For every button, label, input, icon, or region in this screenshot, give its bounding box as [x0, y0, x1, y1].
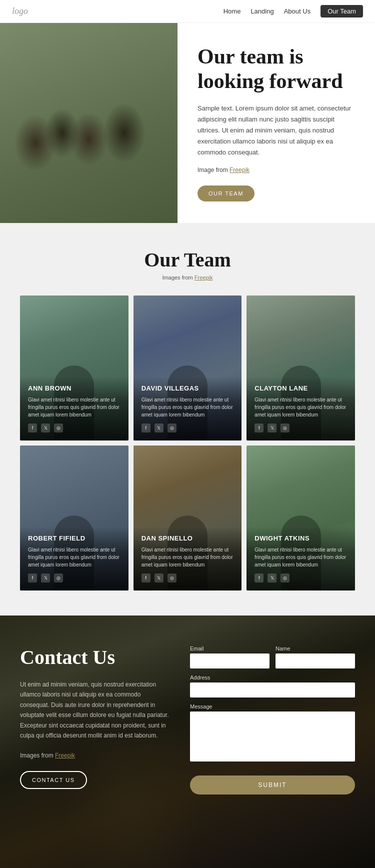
team-card-0: ANN BROWN Glavi amet ritnisi libero mole… — [20, 296, 128, 440]
hero-section: Our team is looking forward Sample text.… — [0, 23, 375, 223]
twitter-icon-5[interactable]: 𝕏 — [268, 574, 276, 582]
team-member-name-3: ROBERT FIFIELD — [28, 534, 120, 542]
email-label: Email — [190, 646, 270, 652]
team-card-5: DWIGHT ATKINS Glavi amet ritnisi libero … — [246, 446, 355, 590]
hero-team-button[interactable]: OUR TEAM — [198, 186, 254, 202]
team-member-socials-1: f 𝕏 ◎ — [142, 424, 234, 432]
twitter-icon-0[interactable]: 𝕏 — [41, 424, 50, 432]
message-label: Message — [190, 704, 355, 710]
team-card-overlay-2: CLAYTON LANE Glavi amet ritnisi libero m… — [246, 376, 355, 440]
team-member-name-2: CLAYTON LANE — [254, 384, 347, 392]
hero-freepik-link[interactable]: Freepik — [230, 166, 250, 174]
team-member-desc-0: Glavi amet ritnisi libero molestie ante … — [28, 396, 120, 418]
facebook-icon-3[interactable]: f — [28, 574, 37, 582]
hero-image-credit: Image from Freepik — [198, 166, 355, 174]
team-card-3: ROBERT FIFIELD Glavi amet ritnisi libero… — [20, 446, 128, 590]
form-group-message: Message — [190, 704, 355, 764]
hero-title: Our team is looking forward — [198, 44, 355, 93]
contact-form: Email Name Address Message — [190, 646, 355, 794]
team-card-2: CLAYTON LANE Glavi amet ritnisi libero m… — [246, 296, 355, 440]
team-member-desc-4: Glavi amet ritnisi libero molestie ante … — [142, 546, 234, 568]
nav-our-team[interactable]: Our Team — [320, 5, 363, 18]
team-member-desc-5: Glavi amet ritnisi libero molestie ante … — [254, 546, 347, 568]
nav-home[interactable]: Home — [224, 8, 241, 15]
message-textarea[interactable] — [190, 712, 355, 762]
contact-section: Contact Us Ut enim ad minim veniam, quis… — [0, 616, 375, 868]
team-member-socials-2: f 𝕏 ◎ — [254, 424, 347, 432]
team-title: Our Team — [20, 248, 355, 272]
instagram-icon-5[interactable]: ◎ — [280, 574, 290, 582]
form-row-message: Message — [190, 704, 355, 764]
contact-description: Ut enim ad minim veniam, quis nostrud ex… — [20, 680, 170, 740]
form-group-address: Address — [190, 674, 355, 698]
nav-about[interactable]: About Us — [284, 8, 310, 15]
contact-left: Contact Us Ut enim ad minim veniam, quis… — [20, 646, 170, 794]
hero-content: Our team is looking forward Sample text.… — [178, 23, 375, 223]
submit-button[interactable]: SUBMIT — [190, 776, 355, 794]
name-input[interactable] — [276, 654, 355, 668]
team-member-desc-2: Glavi amet ritnisi libero molestie ante … — [254, 396, 347, 418]
hero-image — [0, 23, 178, 223]
team-card-4: DAN SPINELLO Glavi amet ritnisi libero m… — [134, 446, 242, 590]
team-section: Our Team Images from Freepik ANN BROWN G… — [0, 223, 375, 616]
team-card-1: DAVID VILLEGAS Glavi amet ritnisi libero… — [134, 296, 242, 440]
team-subtitle: Images from Freepik — [20, 274, 355, 280]
hero-image-bg — [0, 23, 178, 223]
form-group-email: Email — [190, 646, 270, 668]
contact-inner: Contact Us Ut enim ad minim veniam, quis… — [0, 616, 375, 824]
contact-freepik-link[interactable]: Freepik — [55, 752, 75, 759]
team-member-name-5: DWIGHT ATKINS — [254, 534, 347, 542]
address-input[interactable] — [190, 682, 355, 698]
facebook-icon-2[interactable]: f — [254, 424, 264, 432]
team-card-overlay-4: DAN SPINELLO Glavi amet ritnisi libero m… — [134, 526, 242, 590]
instagram-icon-0[interactable]: ◎ — [54, 424, 63, 432]
name-label: Name — [276, 646, 355, 652]
hero-description: Sample text. Lorem ipsum dolor sit amet,… — [198, 103, 355, 158]
team-card-overlay-0: ANN BROWN Glavi amet ritnisi libero mole… — [20, 376, 128, 440]
team-member-name-4: DAN SPINELLO — [142, 534, 234, 542]
instagram-icon-2[interactable]: ◎ — [280, 424, 290, 432]
email-input[interactable] — [190, 654, 270, 668]
team-member-desc-3: Glavi amet ritnisi libero molestie ante … — [28, 546, 120, 568]
twitter-icon-2[interactable]: 𝕏 — [268, 424, 276, 432]
form-group-name: Name — [276, 646, 355, 668]
twitter-icon-1[interactable]: 𝕏 — [154, 424, 164, 432]
team-card-overlay-3: ROBERT FIFIELD Glavi amet ritnisi libero… — [20, 526, 128, 590]
team-member-socials-0: f 𝕏 ◎ — [28, 424, 120, 432]
team-member-socials-4: f 𝕏 ◎ — [142, 574, 234, 582]
twitter-icon-3[interactable]: 𝕏 — [41, 574, 50, 582]
twitter-icon-4[interactable]: 𝕏 — [154, 574, 164, 582]
team-member-name-1: DAVID VILLEGAS — [142, 384, 234, 392]
team-member-socials-3: f 𝕏 ◎ — [28, 574, 120, 582]
team-member-socials-5: f 𝕏 ◎ — [254, 574, 347, 582]
contact-image-credit: Images from Freepik — [20, 750, 170, 760]
contact-button[interactable]: CONTACT US — [20, 771, 87, 789]
contact-title: Contact Us — [20, 646, 170, 670]
logo: logo — [12, 6, 28, 16]
team-card-overlay-1: DAVID VILLEGAS Glavi amet ritnisi libero… — [134, 376, 242, 440]
form-row-address: Address — [190, 674, 355, 698]
facebook-icon-4[interactable]: f — [142, 574, 150, 582]
navbar: logo Home Landing About Us Our Team — [0, 0, 375, 23]
facebook-icon-1[interactable]: f — [142, 424, 150, 432]
team-member-name-0: ANN BROWN — [28, 384, 120, 392]
team-freepik-link[interactable]: Freepik — [194, 274, 213, 280]
team-grid: ANN BROWN Glavi amet ritnisi libero mole… — [20, 296, 355, 590]
instagram-icon-4[interactable]: ◎ — [168, 574, 176, 582]
address-label: Address — [190, 674, 355, 680]
instagram-icon-1[interactable]: ◎ — [168, 424, 176, 432]
nav-landing[interactable]: Landing — [250, 8, 274, 15]
instagram-icon-3[interactable]: ◎ — [54, 574, 63, 582]
nav-links: Home Landing About Us Our Team — [224, 5, 363, 18]
facebook-icon-5[interactable]: f — [254, 574, 264, 582]
team-card-overlay-5: DWIGHT ATKINS Glavi amet ritnisi libero … — [246, 526, 355, 590]
form-row-email-name: Email Name — [190, 646, 355, 668]
facebook-icon-0[interactable]: f — [28, 424, 37, 432]
team-member-desc-1: Glavi amet ritnisi libero molestie ante … — [142, 396, 234, 418]
